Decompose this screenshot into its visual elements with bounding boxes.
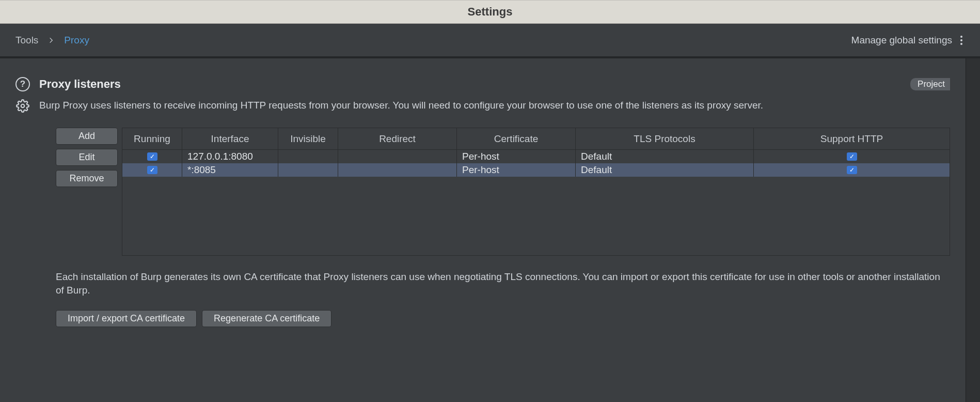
kebab-menu-icon[interactable] xyxy=(958,34,965,47)
table-row[interactable]: ✓127.0.0.1:8080Per-hostDefault✓ xyxy=(122,150,950,163)
edit-button[interactable]: Edit xyxy=(56,149,118,166)
table-cell: Default xyxy=(576,150,754,163)
breadcrumb-current[interactable]: Proxy xyxy=(64,35,89,46)
check-icon[interactable]: ✓ xyxy=(147,166,157,174)
table-cell: ✓ xyxy=(754,163,950,177)
check-icon[interactable]: ✓ xyxy=(847,166,857,174)
section-header: ? Proxy listeners Project xyxy=(15,77,950,91)
scope-badge: Project xyxy=(910,78,950,90)
gear-icon[interactable] xyxy=(15,99,30,113)
section-title: Proxy listeners xyxy=(39,78,121,91)
col-header-invisible[interactable]: Invisible xyxy=(278,128,338,149)
table-body: ✓127.0.0.1:8080Per-hostDefault✓✓*:8085Pe… xyxy=(122,150,950,177)
table-cell xyxy=(278,163,338,177)
col-header-redirect[interactable]: Redirect xyxy=(338,128,457,149)
table-row[interactable]: ✓*:8085Per-hostDefault✓ xyxy=(122,163,950,177)
col-header-tls[interactable]: TLS Protocols xyxy=(576,128,754,149)
col-header-interface[interactable]: Interface xyxy=(182,128,278,149)
regenerate-ca-button[interactable]: Regenerate CA certificate xyxy=(202,310,331,327)
table-cell: ✓ xyxy=(122,163,182,177)
table-cell: ✓ xyxy=(122,150,182,163)
listener-button-column: Add Edit Remove xyxy=(56,128,118,256)
manage-global-settings-link[interactable]: Manage global settings xyxy=(851,35,952,46)
help-icon[interactable]: ? xyxy=(15,77,30,91)
table-cell: ✓ xyxy=(754,150,950,163)
table-cell: Default xyxy=(576,163,754,177)
check-icon[interactable]: ✓ xyxy=(147,152,157,161)
col-header-certificate[interactable]: Certificate xyxy=(457,128,576,149)
vertical-scrollbar[interactable] xyxy=(966,58,980,402)
add-button[interactable]: Add xyxy=(56,128,118,145)
check-icon[interactable]: ✓ xyxy=(847,152,857,161)
ca-description: Each installation of Burp generates its … xyxy=(15,270,950,297)
table-header-row: Running Interface Invisible Redirect Cer… xyxy=(122,128,950,150)
table-cell: Per-host xyxy=(457,150,576,163)
import-export-ca-button[interactable]: Import / export CA certificate xyxy=(56,310,197,327)
table-cell xyxy=(338,163,457,177)
chevron-right-icon xyxy=(48,37,55,44)
table-cell: 127.0.0.1:8080 xyxy=(182,150,278,163)
section-description: Burp Proxy uses listeners to receive inc… xyxy=(39,99,950,112)
col-header-support[interactable]: Support HTTP xyxy=(754,128,950,149)
window-title-bar: Settings xyxy=(0,0,980,24)
settings-content: ? Proxy listeners Project Burp Proxy use… xyxy=(0,58,966,402)
table-cell xyxy=(278,150,338,163)
window-title: Settings xyxy=(468,5,513,19)
table-cell: Per-host xyxy=(457,163,576,177)
svg-point-0 xyxy=(21,104,25,108)
table-cell: *:8085 xyxy=(182,163,278,177)
breadcrumb-bar: Tools Proxy Manage global settings xyxy=(0,24,980,58)
breadcrumb-root[interactable]: Tools xyxy=(15,35,38,46)
table-cell xyxy=(338,150,457,163)
col-header-running[interactable]: Running xyxy=(122,128,182,149)
listeners-table: Running Interface Invisible Redirect Cer… xyxy=(122,128,950,256)
remove-button[interactable]: Remove xyxy=(56,170,118,187)
ca-button-row: Import / export CA certificate Regenerat… xyxy=(15,310,950,327)
